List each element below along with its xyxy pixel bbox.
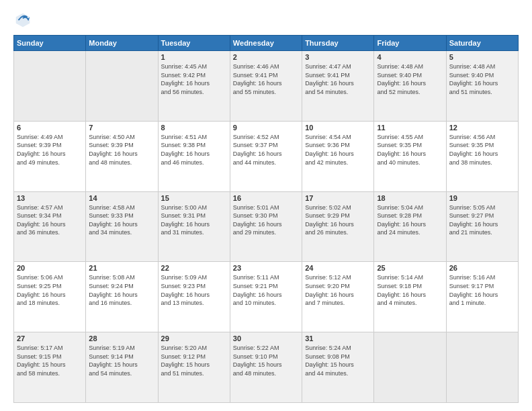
day-number: 3 xyxy=(305,53,371,61)
day-info: Sunrise: 4:49 AM Sunset: 9:39 PM Dayligh… xyxy=(17,133,83,167)
day-of-week-header: Wednesday xyxy=(230,36,302,51)
calendar-week-row: 20Sunrise: 5:06 AM Sunset: 9:25 PM Dayli… xyxy=(14,262,519,332)
calendar-day-cell: 31Sunrise: 5:24 AM Sunset: 9:08 PM Dayli… xyxy=(302,332,374,403)
calendar-week-row: 13Sunrise: 4:57 AM Sunset: 9:34 PM Dayli… xyxy=(14,191,519,262)
calendar-day-cell: 26Sunrise: 5:16 AM Sunset: 9:17 PM Dayli… xyxy=(446,262,518,332)
calendar-day-cell: 14Sunrise: 4:58 AM Sunset: 9:33 PM Dayli… xyxy=(86,191,158,262)
svg-marker-0 xyxy=(16,13,30,28)
day-info: Sunrise: 4:57 AM Sunset: 9:34 PM Dayligh… xyxy=(17,203,83,237)
calendar-day-cell xyxy=(374,332,446,403)
calendar-day-cell: 27Sunrise: 5:17 AM Sunset: 9:15 PM Dayli… xyxy=(14,332,86,403)
calendar-day-cell: 9Sunrise: 4:52 AM Sunset: 9:37 PM Daylig… xyxy=(230,121,302,191)
calendar-day-cell: 17Sunrise: 5:02 AM Sunset: 9:29 PM Dayli… xyxy=(302,191,374,262)
calendar-day-cell: 23Sunrise: 5:11 AM Sunset: 9:21 PM Dayli… xyxy=(230,262,302,332)
day-info: Sunrise: 5:22 AM Sunset: 9:10 PM Dayligh… xyxy=(233,344,299,377)
day-number: 2 xyxy=(233,53,299,61)
day-number: 21 xyxy=(89,264,154,272)
day-number: 5 xyxy=(449,53,515,61)
day-number: 8 xyxy=(161,124,227,132)
calendar-week-row: 1Sunrise: 4:45 AM Sunset: 9:42 PM Daylig… xyxy=(14,51,519,122)
day-info: Sunrise: 5:16 AM Sunset: 9:17 PM Dayligh… xyxy=(449,273,515,307)
day-number: 12 xyxy=(449,124,515,132)
calendar-day-cell: 18Sunrise: 5:04 AM Sunset: 9:28 PM Dayli… xyxy=(374,191,446,262)
day-number: 9 xyxy=(233,124,299,132)
calendar-header: SundayMondayTuesdayWednesdayThursdayFrid… xyxy=(14,36,519,51)
day-number: 10 xyxy=(305,124,371,132)
day-info: Sunrise: 5:19 AM Sunset: 9:14 PM Dayligh… xyxy=(89,344,154,377)
calendar-day-cell: 6Sunrise: 4:49 AM Sunset: 9:39 PM Daylig… xyxy=(14,121,86,191)
calendar-day-cell: 1Sunrise: 4:45 AM Sunset: 9:42 PM Daylig… xyxy=(158,51,230,122)
header xyxy=(13,11,519,30)
day-info: Sunrise: 5:02 AM Sunset: 9:29 PM Dayligh… xyxy=(305,203,371,237)
day-info: Sunrise: 5:11 AM Sunset: 9:21 PM Dayligh… xyxy=(233,273,299,307)
day-info: Sunrise: 5:00 AM Sunset: 9:31 PM Dayligh… xyxy=(161,203,227,237)
day-number: 4 xyxy=(377,53,443,61)
calendar-day-cell: 5Sunrise: 4:48 AM Sunset: 9:40 PM Daylig… xyxy=(446,51,518,122)
calendar-day-cell: 20Sunrise: 5:06 AM Sunset: 9:25 PM Dayli… xyxy=(14,262,86,332)
day-info: Sunrise: 4:50 AM Sunset: 9:39 PM Dayligh… xyxy=(89,133,154,167)
day-number: 1 xyxy=(161,53,227,61)
day-info: Sunrise: 5:24 AM Sunset: 9:08 PM Dayligh… xyxy=(305,344,371,377)
days-of-week-row: SundayMondayTuesdayWednesdayThursdayFrid… xyxy=(14,36,519,51)
calendar-body: 1Sunrise: 4:45 AM Sunset: 9:42 PM Daylig… xyxy=(14,51,519,403)
calendar-day-cell: 2Sunrise: 4:46 AM Sunset: 9:41 PM Daylig… xyxy=(230,51,302,122)
calendar-day-cell: 13Sunrise: 4:57 AM Sunset: 9:34 PM Dayli… xyxy=(14,191,86,262)
day-info: Sunrise: 4:47 AM Sunset: 9:41 PM Dayligh… xyxy=(305,62,371,96)
calendar-day-cell: 8Sunrise: 4:51 AM Sunset: 9:38 PM Daylig… xyxy=(158,121,230,191)
day-info: Sunrise: 5:12 AM Sunset: 9:20 PM Dayligh… xyxy=(305,273,371,307)
calendar-day-cell xyxy=(86,51,158,122)
day-number: 19 xyxy=(449,194,515,202)
day-number: 25 xyxy=(377,264,443,272)
calendar-table: SundayMondayTuesdayWednesdayThursdayFrid… xyxy=(13,35,519,403)
day-info: Sunrise: 5:04 AM Sunset: 9:28 PM Dayligh… xyxy=(377,203,443,237)
calendar-day-cell: 21Sunrise: 5:08 AM Sunset: 9:24 PM Dayli… xyxy=(86,262,158,332)
day-number: 27 xyxy=(17,334,83,342)
calendar-day-cell: 30Sunrise: 5:22 AM Sunset: 9:10 PM Dayli… xyxy=(230,332,302,403)
calendar-day-cell xyxy=(446,332,518,403)
day-of-week-header: Saturday xyxy=(446,36,518,51)
calendar-day-cell: 15Sunrise: 5:00 AM Sunset: 9:31 PM Dayli… xyxy=(158,191,230,262)
day-number: 23 xyxy=(233,264,299,272)
day-number: 31 xyxy=(305,334,371,342)
day-info: Sunrise: 5:14 AM Sunset: 9:18 PM Dayligh… xyxy=(377,273,443,307)
calendar-day-cell: 10Sunrise: 4:54 AM Sunset: 9:36 PM Dayli… xyxy=(302,121,374,191)
day-info: Sunrise: 4:51 AM Sunset: 9:38 PM Dayligh… xyxy=(161,133,227,167)
day-info: Sunrise: 4:52 AM Sunset: 9:37 PM Dayligh… xyxy=(233,133,299,167)
calendar-day-cell: 4Sunrise: 4:48 AM Sunset: 9:40 PM Daylig… xyxy=(374,51,446,122)
day-of-week-header: Monday xyxy=(86,36,158,51)
day-of-week-header: Tuesday xyxy=(158,36,230,51)
day-number: 14 xyxy=(89,194,154,202)
day-number: 17 xyxy=(305,194,371,202)
logo xyxy=(13,11,35,30)
day-info: Sunrise: 5:09 AM Sunset: 9:23 PM Dayligh… xyxy=(161,273,227,307)
day-info: Sunrise: 4:54 AM Sunset: 9:36 PM Dayligh… xyxy=(305,133,371,167)
day-info: Sunrise: 4:55 AM Sunset: 9:35 PM Dayligh… xyxy=(377,133,443,167)
day-info: Sunrise: 5:17 AM Sunset: 9:15 PM Dayligh… xyxy=(17,344,83,377)
day-number: 22 xyxy=(161,264,227,272)
calendar-week-row: 6Sunrise: 4:49 AM Sunset: 9:39 PM Daylig… xyxy=(14,121,519,191)
day-info: Sunrise: 5:08 AM Sunset: 9:24 PM Dayligh… xyxy=(89,273,154,307)
day-info: Sunrise: 4:45 AM Sunset: 9:42 PM Dayligh… xyxy=(161,62,227,96)
calendar-day-cell: 16Sunrise: 5:01 AM Sunset: 9:30 PM Dayli… xyxy=(230,191,302,262)
calendar-day-cell: 12Sunrise: 4:56 AM Sunset: 9:35 PM Dayli… xyxy=(446,121,518,191)
calendar-day-cell: 24Sunrise: 5:12 AM Sunset: 9:20 PM Dayli… xyxy=(302,262,374,332)
calendar-day-cell xyxy=(14,51,86,122)
day-number: 29 xyxy=(161,334,227,342)
calendar-day-cell: 25Sunrise: 5:14 AM Sunset: 9:18 PM Dayli… xyxy=(374,262,446,332)
calendar-day-cell: 19Sunrise: 5:05 AM Sunset: 9:27 PM Dayli… xyxy=(446,191,518,262)
calendar-day-cell: 3Sunrise: 4:47 AM Sunset: 9:41 PM Daylig… xyxy=(302,51,374,122)
day-number: 11 xyxy=(377,124,443,132)
day-number: 7 xyxy=(89,124,154,132)
day-info: Sunrise: 4:48 AM Sunset: 9:40 PM Dayligh… xyxy=(449,62,515,96)
day-number: 6 xyxy=(17,124,83,132)
day-info: Sunrise: 4:58 AM Sunset: 9:33 PM Dayligh… xyxy=(89,203,154,237)
day-number: 24 xyxy=(305,264,371,272)
day-info: Sunrise: 5:20 AM Sunset: 9:12 PM Dayligh… xyxy=(161,344,227,377)
calendar-day-cell: 7Sunrise: 4:50 AM Sunset: 9:39 PM Daylig… xyxy=(86,121,158,191)
day-of-week-header: Friday xyxy=(374,36,446,51)
calendar-day-cell: 11Sunrise: 4:55 AM Sunset: 9:35 PM Dayli… xyxy=(374,121,446,191)
day-number: 16 xyxy=(233,194,299,202)
day-number: 26 xyxy=(449,264,515,272)
day-info: Sunrise: 4:46 AM Sunset: 9:41 PM Dayligh… xyxy=(233,62,299,96)
logo-icon xyxy=(13,11,32,30)
